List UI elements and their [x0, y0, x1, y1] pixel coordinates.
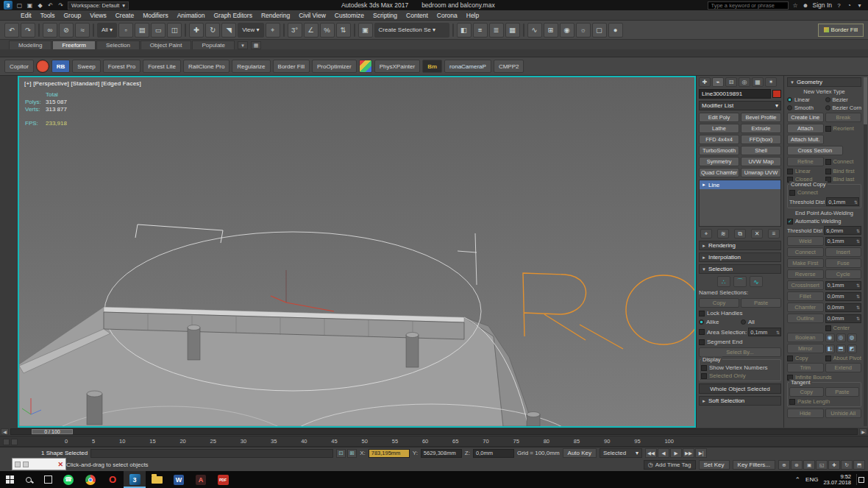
- search-input[interactable]: [708, 1, 789, 10]
- spline-icon[interactable]: ∿: [750, 276, 763, 287]
- mirror-icon[interactable]: ◧: [457, 23, 472, 38]
- select-and-scale-icon[interactable]: ◥: [221, 23, 236, 38]
- rendering-rollout-header[interactable]: ►Rendering: [699, 241, 781, 250]
- center-checkbox[interactable]: Center: [825, 325, 862, 331]
- copy-checkbox[interactable]: Copy: [787, 355, 824, 361]
- menu-item[interactable]: Customize: [330, 12, 369, 19]
- maxscript-mini-listener[interactable]: [90, 449, 333, 458]
- connect-checkbox[interactable]: Connect: [825, 158, 862, 165]
- create-line-button[interactable]: Create Line: [787, 113, 824, 122]
- sign-in-link[interactable]: Sign In: [813, 1, 832, 9]
- threshold-dist2-spinner[interactable]: 6,0mm⇅: [824, 226, 861, 235]
- select-and-link-icon[interactable]: ∞: [43, 23, 57, 38]
- redo-icon[interactable]: ↷: [21, 23, 35, 38]
- unhide-all-button[interactable]: Unhide All: [825, 409, 862, 418]
- plugin-button[interactable]: [359, 60, 372, 73]
- crossinsert-button[interactable]: CrossInsert: [787, 280, 824, 290]
- object-color-swatch[interactable]: [772, 90, 781, 98]
- plugin-button[interactable]: Forest Pro: [103, 60, 140, 73]
- y-coordinate-field[interactable]: 5629,308mm: [421, 449, 462, 458]
- go-to-end-icon[interactable]: ▶|: [695, 448, 707, 458]
- alike-radio[interactable]: Alike: [699, 319, 739, 325]
- modifier-list-dropdown[interactable]: Modifier List▾: [699, 101, 781, 110]
- show-end-result-icon[interactable]: ≋: [717, 229, 729, 238]
- material-editor-icon[interactable]: ◉: [560, 23, 574, 38]
- selection-rollout-header[interactable]: ▼Selection: [699, 264, 781, 274]
- select-and-rotate-icon[interactable]: ↻: [205, 23, 220, 38]
- save-file-icon[interactable]: ◆: [35, 1, 45, 10]
- smooth-vertex-radio[interactable]: Smooth: [787, 105, 824, 111]
- zoom-icon[interactable]: ⊕: [778, 460, 790, 470]
- pdf-icon[interactable]: PDF: [212, 471, 234, 488]
- use-pivot-center-icon[interactable]: ⌖: [266, 23, 280, 38]
- render-production-icon[interactable]: ●: [608, 23, 623, 38]
- new-scene-icon[interactable]: ▢: [15, 1, 24, 10]
- timeline-right-arrow[interactable]: ▶: [859, 428, 867, 435]
- percent-snap-icon[interactable]: %: [320, 23, 335, 38]
- about-pivot-checkbox[interactable]: About Pivot: [825, 355, 862, 361]
- boolean-intersect-icon[interactable]: ◍: [847, 333, 857, 342]
- menu-item[interactable]: Help: [462, 12, 483, 19]
- toolbar-separator[interactable]: [185, 24, 186, 37]
- weld-button[interactable]: Weld: [787, 236, 824, 246]
- workspace-dropdown[interactable]: Workspace: Default▾: [68, 1, 129, 10]
- toolbar-separator[interactable]: [38, 24, 40, 37]
- ribbon-config-icon[interactable]: ▦: [251, 41, 261, 49]
- menu-item[interactable]: Civil View: [294, 12, 330, 19]
- ribbon-tab[interactable]: Populate: [192, 40, 235, 49]
- undo-icon[interactable]: ↶: [46, 1, 55, 10]
- auto-key-button[interactable]: Auto Key: [563, 448, 597, 458]
- plugin-button[interactable]: Regularize: [232, 60, 270, 73]
- paste-selection-button[interactable]: Paste: [741, 298, 781, 308]
- select-by-name-icon[interactable]: ▤: [135, 23, 149, 38]
- select-object-icon[interactable]: ▫: [118, 23, 133, 38]
- make-unique-icon[interactable]: ⧉: [734, 229, 746, 238]
- border-fill-button[interactable]: Border Fill: [818, 24, 864, 37]
- selection-region-icon[interactable]: ▭: [151, 23, 166, 38]
- utilities-tab-icon[interactable]: ✶: [765, 77, 777, 87]
- render-setup-icon[interactable]: ☼: [576, 23, 591, 38]
- menu-item[interactable]: Scripting: [369, 12, 402, 19]
- task-view-icon[interactable]: [38, 471, 57, 488]
- create-selection-set-dropdown[interactable]: Create Selection Se ▾: [374, 23, 449, 38]
- plugin-button[interactable]: PhysXPainter: [374, 60, 420, 73]
- go-to-start-icon[interactable]: ◀◀: [645, 448, 657, 458]
- break-button[interactable]: Break: [825, 113, 862, 122]
- make-first-button[interactable]: Make First: [787, 258, 824, 268]
- bind-last-checkbox[interactable]: Bind last: [825, 176, 862, 183]
- insert-button[interactable]: Insert: [825, 247, 862, 257]
- extend-button[interactable]: Extend: [825, 363, 862, 372]
- mirror-button[interactable]: Mirror: [787, 344, 824, 353]
- window-crossing-icon[interactable]: ◫: [167, 23, 182, 38]
- next-frame-icon[interactable]: ▶▶: [683, 448, 694, 458]
- viewport-label[interactable]: [+] [Perspective] [Standard] [Edged Face…: [24, 80, 141, 87]
- key-filters-button[interactable]: Key Filters...: [733, 460, 775, 470]
- undo-icon[interactable]: ↶: [4, 23, 19, 38]
- plugin-button[interactable]: Sweep: [72, 60, 100, 73]
- attach-mult-button[interactable]: Attach Mult.: [787, 135, 824, 144]
- paste-length-checkbox[interactable]: Paste Length: [789, 398, 859, 405]
- align-icon[interactable]: ≡: [473, 23, 488, 38]
- unlink-selection-icon[interactable]: ⊘: [59, 23, 74, 38]
- plugin-button[interactable]: ProOptimizer: [312, 60, 357, 73]
- zoom-all-icon[interactable]: ⊛: [791, 460, 803, 470]
- selection-lock-toggle-icon[interactable]: ⊡: [336, 449, 346, 458]
- modifier-set-button[interactable]: TurboSmooth: [699, 146, 739, 155]
- area-selection-spinner[interactable]: 0,1mm⇅: [748, 328, 781, 336]
- acrobat-icon[interactable]: A: [190, 471, 212, 488]
- toolbar-separator[interactable]: [283, 24, 285, 37]
- mirror-both-icon[interactable]: ◩: [847, 344, 857, 353]
- menu-item[interactable]: Group: [60, 12, 86, 19]
- outline-spinner[interactable]: 0,0mm⇅: [825, 314, 862, 323]
- time-slider-handle[interactable]: 0 / 100: [32, 429, 73, 434]
- whatsapp-icon[interactable]: ☎: [57, 471, 79, 488]
- spinner-snap-icon[interactable]: ⇅: [336, 23, 351, 38]
- boolean-subtract-icon[interactable]: ◎: [836, 333, 846, 342]
- modifier-stack[interactable]: ►Line: [699, 180, 781, 227]
- action-center-icon[interactable]: [856, 474, 865, 485]
- menu-item[interactable]: Animation: [173, 12, 210, 19]
- linear-vertex-radio[interactable]: Linear: [787, 96, 824, 103]
- layer-manager-icon[interactable]: ≣: [489, 23, 504, 38]
- ribbon-tab[interactable]: Selection: [96, 40, 140, 49]
- menu-item[interactable]: Content: [402, 12, 433, 19]
